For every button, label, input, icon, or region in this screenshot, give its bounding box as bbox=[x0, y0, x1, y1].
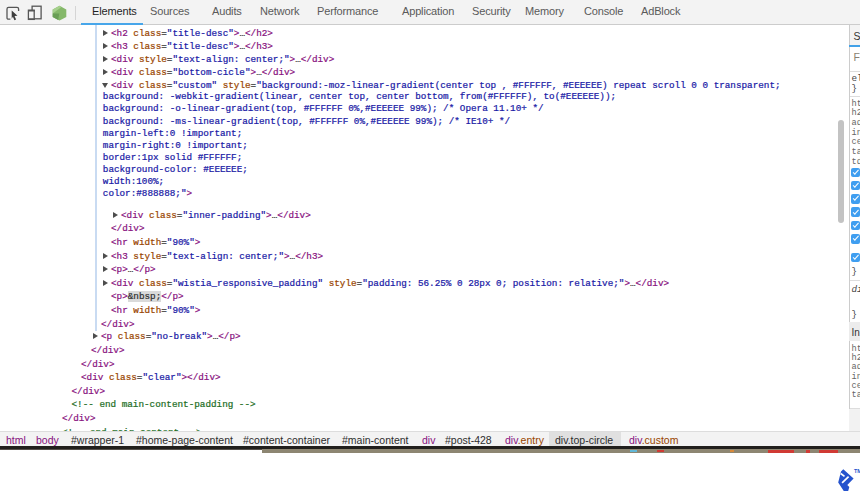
svg-text:TM: TM bbox=[854, 468, 860, 474]
